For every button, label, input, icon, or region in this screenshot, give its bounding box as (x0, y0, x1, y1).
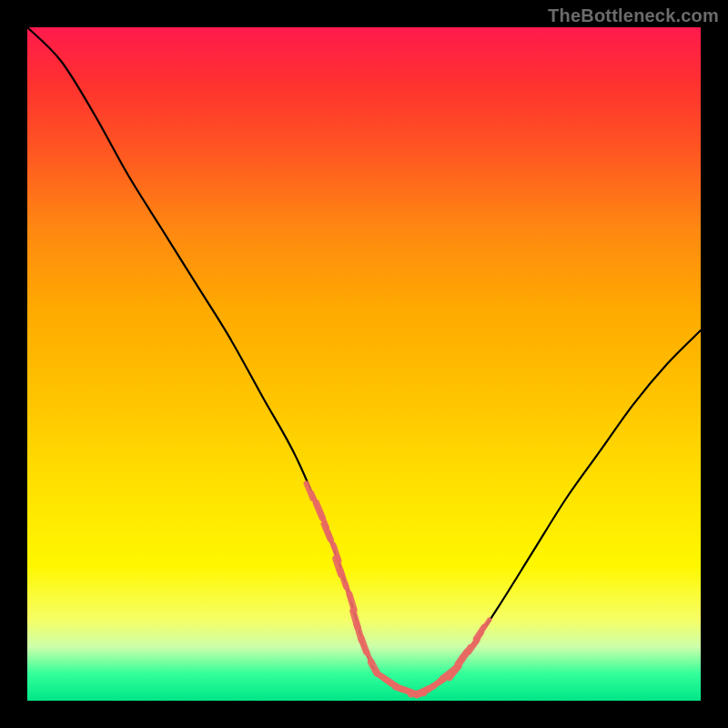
watermark-text: TheBottleneck.com (548, 5, 719, 26)
highlight-right-spur (440, 620, 490, 682)
svg-line-25 (367, 652, 372, 663)
svg-line-10 (349, 594, 354, 610)
svg-line-27 (375, 672, 385, 680)
svg-line-7 (336, 559, 341, 574)
svg-line-1 (312, 493, 318, 509)
svg-line-6 (334, 545, 339, 561)
svg-line-26 (371, 662, 378, 673)
svg-line-12 (357, 624, 361, 640)
svg-line-11 (353, 612, 358, 627)
svg-line-34 (410, 693, 423, 694)
svg-line-31 (395, 687, 407, 691)
svg-line-29 (385, 679, 396, 686)
svg-line-18 (459, 652, 468, 663)
plot-area (27, 27, 701, 701)
svg-line-15 (442, 670, 454, 679)
svg-line-33 (406, 691, 418, 694)
svg-line-8 (341, 571, 347, 587)
svg-line-17 (453, 659, 462, 671)
svg-line-38 (434, 679, 445, 686)
svg-line-21 (473, 632, 481, 644)
svg-line-28 (380, 676, 391, 683)
svg-line-2 (316, 503, 322, 519)
svg-line-9 (346, 584, 351, 600)
svg-line-36 (422, 686, 433, 692)
svg-line-32 (400, 688, 412, 692)
svg-line-4 (324, 524, 330, 540)
svg-line-16 (450, 666, 459, 677)
svg-line-5 (329, 532, 334, 548)
svg-line-3 (320, 512, 327, 528)
svg-line-30 (390, 683, 401, 690)
curve-svg (27, 27, 701, 701)
svg-line-13 (362, 638, 368, 653)
svg-line-39 (439, 674, 450, 682)
svg-line-0 (307, 483, 313, 499)
svg-line-22 (476, 627, 484, 639)
main-curve (27, 27, 701, 694)
highlight-left-spur (307, 483, 368, 652)
chart-frame: TheBottleneck.com (0, 0, 728, 728)
highlight-valley-floor (361, 641, 450, 695)
svg-line-37 (430, 682, 440, 689)
svg-line-19 (461, 647, 470, 659)
svg-line-24 (361, 641, 366, 652)
svg-line-23 (481, 620, 490, 632)
svg-line-20 (469, 640, 477, 652)
svg-line-35 (417, 689, 429, 694)
svg-line-14 (440, 673, 452, 682)
